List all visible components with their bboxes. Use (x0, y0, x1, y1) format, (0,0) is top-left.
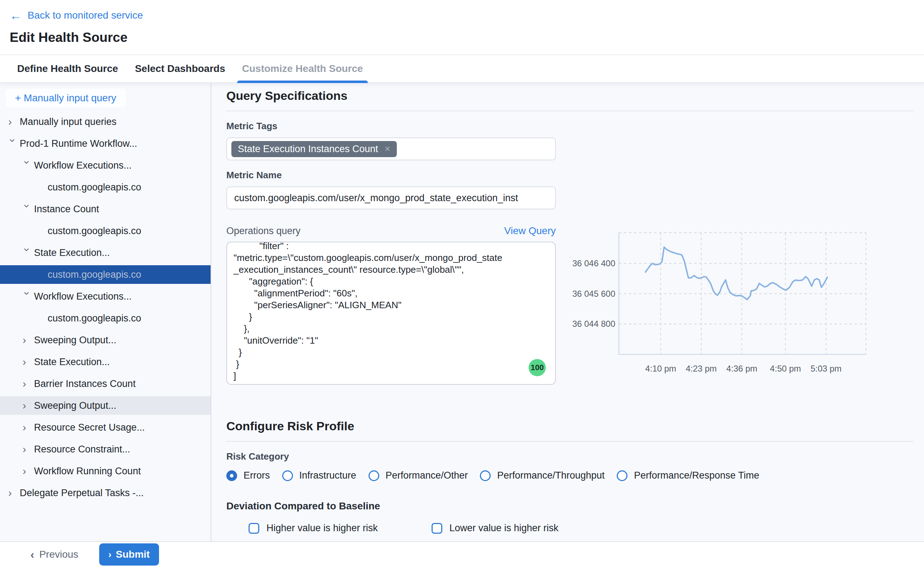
tree-item-resource-secret-usage[interactable]: ›Resource Secret Usage... (0, 418, 210, 437)
tab-select-dashboards[interactable]: Select Dashboards (135, 55, 225, 82)
tree-item-sweeping-output[interactable]: ›Sweeping Output... (0, 396, 210, 415)
chevron-down-icon[interactable]: › (22, 204, 33, 216)
tree-item-custom-googleapis-co[interactable]: custom.googleapis.co (0, 222, 210, 240)
radio-label: Performance/Other (386, 470, 468, 481)
tree-item-state-execution[interactable]: ›State Execution... (0, 243, 210, 262)
checkbox-label: Lower value is higher risk (449, 523, 559, 534)
metric-tags-input[interactable]: State Execution Instances Count × (226, 138, 556, 160)
radio-label: Infrastructure (299, 470, 356, 481)
tree-item-label: custom.googleapis.co (48, 225, 141, 237)
main-panel: Query Specifications Metric Tags State E… (211, 83, 924, 541)
chevron-down-icon[interactable]: › (22, 161, 33, 172)
chevron-right-icon[interactable]: › (23, 378, 34, 389)
back-to-monitored-service-link[interactable]: ← Back to monitored service (10, 9, 143, 21)
tree-item-sweeping-output[interactable]: ›Sweeping Output... (0, 331, 210, 350)
submit-button[interactable]: › Submit (99, 543, 159, 566)
add-manual-query-button[interactable]: + Manually input query (6, 89, 126, 107)
radio-icon[interactable] (617, 470, 628, 481)
tree-item-custom-googleapis-co[interactable]: custom.googleapis.co (0, 265, 210, 284)
y-axis-tick-label: 36 044 800 (572, 319, 615, 328)
chevron-down-icon[interactable]: › (22, 292, 33, 303)
tree-item-custom-googleapis-co[interactable]: custom.googleapis.co (0, 178, 210, 196)
back-link-label: Back to monitored service (28, 10, 143, 21)
x-axis-tick-label: 5:03 pm (810, 364, 841, 374)
tree-item-prod-1-runtime-workflow[interactable]: ›Prod-1 Runtime Workflow... (0, 134, 210, 153)
deviation-checkbox-lower-value-is-higher-risk[interactable]: Lower value is higher risk (431, 523, 559, 534)
tree-item-resource-constraint[interactable]: ›Resource Constraint... (0, 440, 210, 459)
radio-icon[interactable] (368, 470, 379, 481)
tree-item-workflow-executions[interactable]: ›Workflow Executions... (0, 287, 210, 306)
previous-button-label: Previous (39, 549, 78, 560)
metric-tags-label: Metric Tags (226, 121, 913, 132)
metric-name-label: Metric Name (226, 170, 913, 181)
checkbox-icon[interactable] (249, 523, 259, 534)
chevron-right-icon: › (108, 549, 112, 560)
previous-button[interactable]: ‹ Previous (30, 548, 78, 561)
configure-risk-profile-heading: Configure Risk Profile (226, 419, 913, 433)
remove-tag-icon[interactable]: × (385, 144, 391, 154)
risk-radio-performance-response-time[interactable]: Performance/Response Time (617, 470, 759, 481)
tree-item-label: Workflow Executions... (34, 160, 132, 171)
risk-radio-infrastructure[interactable]: Infrastructure (282, 470, 356, 481)
checkbox-icon[interactable] (431, 523, 442, 534)
tree-item-label: Workflow Executions... (34, 291, 132, 302)
operations-query-text: "filter" : "metric.type=\"custom.googlea… (233, 242, 549, 385)
tree-item-state-execution[interactable]: ›State Execution... (0, 352, 210, 371)
section-divider (226, 111, 913, 111)
tab-customize-health-source[interactable]: Customize Health Source (242, 55, 363, 82)
tab-define-health-source[interactable]: Define Health Source (17, 55, 118, 82)
char-count-badge: 100 (529, 359, 546, 376)
radio-icon[interactable] (480, 470, 491, 481)
radio-selected-icon[interactable] (226, 470, 237, 481)
timeseries-chart-svg: 36 046 40036 045 60036 044 8004:10 pm4:2… (568, 229, 876, 376)
page-title: Edit Health Source (10, 30, 924, 45)
tree-item-custom-googleapis-co[interactable]: custom.googleapis.co (0, 309, 210, 327)
tree-item-label: State Execution... (34, 248, 110, 258)
tree-item-label: Sweeping Output... (34, 400, 116, 411)
tree-item-label: Resource Constraint... (34, 444, 130, 455)
query-tree: ›Manually input queries›Prod-1 Runtime W… (0, 112, 210, 502)
tree-item-label: custom.googleapis.co (48, 269, 141, 280)
checkbox-label: Higher value is higher risk (266, 523, 378, 534)
tree-item-label: Manually input queries (20, 116, 116, 128)
operations-query-row: Operations query View Query (226, 225, 556, 237)
tree-item-label: Barrier Instances Count (34, 378, 136, 390)
chevron-right-icon[interactable]: › (23, 444, 34, 454)
tree-item-label: Sweeping Output... (34, 334, 116, 346)
chevron-right-icon[interactable]: › (23, 466, 34, 476)
risk-radio-errors[interactable]: Errors (226, 470, 270, 481)
x-axis-tick-label: 4:23 pm (686, 364, 717, 374)
tree-item-barrier-instances-count[interactable]: ›Barrier Instances Count (0, 374, 210, 393)
radio-icon[interactable] (282, 470, 293, 481)
radio-label: Performance/Throughput (497, 470, 604, 481)
risk-radio-performance-throughput[interactable]: Performance/Throughput (480, 470, 604, 481)
query-sidebar: + Manually input query ›Manually input q… (0, 83, 211, 541)
radio-label: Performance/Response Time (634, 470, 759, 481)
chevron-right-icon[interactable]: › (8, 116, 20, 127)
tree-item-delegate-perpetual-tasks[interactable]: ›Delegate Perpetual Tasks -... (0, 484, 210, 502)
metric-tag-chip-label: State Execution Instances Count (238, 144, 378, 154)
tree-item-label: Workflow Running Count (34, 466, 141, 477)
chevron-right-icon[interactable]: › (8, 488, 20, 498)
chevron-right-icon[interactable]: › (23, 357, 34, 367)
deviation-checkbox-higher-value-is-higher-risk[interactable]: Higher value is higher risk (249, 523, 378, 534)
chevron-down-icon[interactable]: › (8, 139, 18, 150)
view-query-link[interactable]: View Query (504, 225, 556, 237)
page-header: ← Back to monitored service Edit Health … (0, 0, 924, 54)
risk-radio-performance-other[interactable]: Performance/Other (368, 470, 468, 481)
tree-item-workflow-running-count[interactable]: ›Workflow Running Count (0, 462, 210, 480)
metric-name-input[interactable]: custom.googleapis.com/user/x_mongo_prod_… (226, 186, 556, 209)
query-specifications-heading: Query Specifications (226, 89, 913, 103)
chevron-right-icon[interactable]: › (23, 422, 34, 433)
tree-item-workflow-executions[interactable]: ›Workflow Executions... (0, 156, 210, 175)
tree-item-manually-input-queries[interactable]: ›Manually input queries (0, 112, 210, 131)
tree-item-instance-count[interactable]: ›Instance Count (0, 200, 210, 218)
chevron-down-icon[interactable]: › (22, 248, 33, 260)
risk-category-radio-group: ErrorsInfrastructurePerformance/OtherPer… (226, 470, 913, 481)
metric-preview-chart: 36 046 40036 045 60036 044 8004:10 pm4:2… (568, 229, 876, 376)
tree-item-label: custom.googleapis.co (48, 313, 141, 324)
operations-query-textarea[interactable]: "filter" : "metric.type=\"custom.googlea… (226, 242, 556, 385)
chevron-right-icon[interactable]: › (23, 400, 34, 411)
chevron-right-icon[interactable]: › (23, 334, 34, 345)
submit-button-label: Submit (116, 549, 150, 560)
